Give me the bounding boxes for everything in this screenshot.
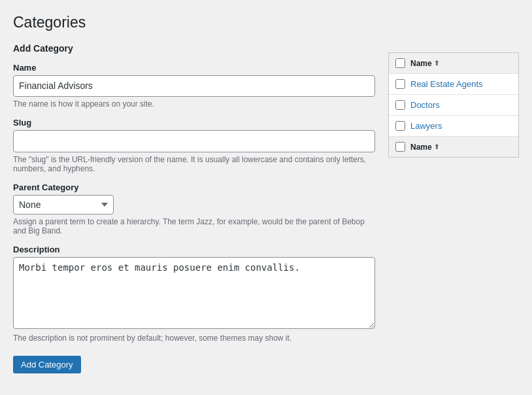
row-checkbox-doctors[interactable] — [395, 100, 405, 110]
parent-group: Parent Category None Real Estate Agents … — [13, 182, 375, 235]
footer-select-all-checkbox[interactable] — [395, 142, 405, 152]
slug-input[interactable] — [13, 130, 375, 152]
header-name-label: Name — [410, 59, 432, 68]
header-name-col[interactable]: Name ⬆ — [410, 59, 439, 68]
table-row: Doctors — [389, 95, 518, 116]
table-footer-row: Name ⬆ — [389, 137, 518, 157]
cat-table: Name ⬆ Real Estate Agents Doctors Lawyer… — [389, 53, 518, 157]
footer-name-col[interactable]: Name ⬆ — [410, 143, 439, 152]
footer-name-label: Name — [410, 143, 432, 152]
description-hint: The description is not prominent by defa… — [13, 334, 375, 343]
parent-select[interactable]: None Real Estate Agents Doctors Lawyers — [13, 195, 114, 215]
slug-label: Slug — [13, 118, 375, 128]
row-checkbox-real-estate[interactable] — [395, 79, 405, 89]
categories-table: Name ⬆ Real Estate Agents Doctors Lawyer… — [388, 52, 519, 158]
table-row: Lawyers — [389, 116, 518, 137]
name-label: Name — [13, 63, 375, 73]
parent-hint: Assign a parent term to create a hierarc… — [13, 217, 375, 235]
row-checkbox-lawyers[interactable] — [395, 121, 405, 131]
name-group: Name The name is how it appears on your … — [13, 63, 375, 109]
description-group: Description Morbi tempor eros et mauris … — [13, 245, 375, 343]
sort-icon: ⬆ — [434, 60, 439, 67]
category-link-real-estate[interactable]: Real Estate Agents — [410, 79, 483, 89]
description-label: Description — [13, 245, 375, 254]
name-hint: The name is how it appears on your site. — [13, 99, 375, 109]
slug-group: Slug The "slug" is the URL-friendly vers… — [13, 118, 375, 173]
category-link-lawyers[interactable]: Lawyers — [410, 121, 442, 131]
page-title: Categories — [13, 13, 375, 33]
parent-label: Parent Category — [13, 182, 375, 192]
description-input[interactable]: Morbi tempor eros et mauris posuere enim… — [13, 257, 375, 329]
add-category-button[interactable]: Add Category — [13, 356, 81, 373]
slug-hint: The "slug" is the URL-friendly version o… — [13, 155, 375, 173]
name-input[interactable] — [13, 75, 375, 97]
table-row: Real Estate Agents — [389, 74, 518, 95]
footer-sort-icon: ⬆ — [434, 143, 439, 150]
section-title: Add Category — [13, 43, 375, 54]
select-all-checkbox[interactable] — [395, 58, 405, 68]
table-header-row: Name ⬆ — [389, 53, 518, 74]
category-link-doctors[interactable]: Doctors — [410, 100, 440, 110]
